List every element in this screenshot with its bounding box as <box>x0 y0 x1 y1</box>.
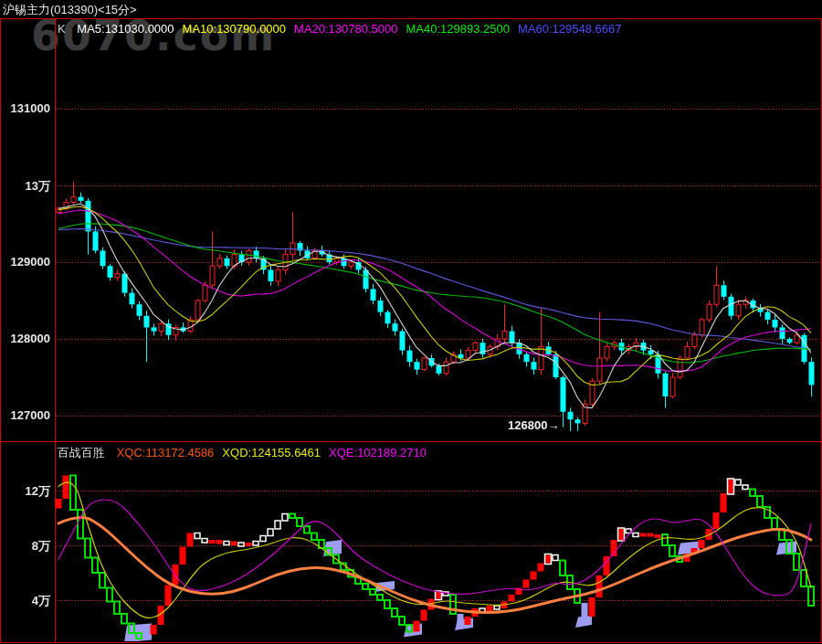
y-tick-label: 128000 <box>0 332 50 345</box>
y-tick-label: 129000 <box>0 255 50 269</box>
kline-indicator-label: K <box>58 22 66 36</box>
y-tick-label: 131000 <box>0 101 50 115</box>
sub-indicator-header: 百战百胜 XQC:113172.4586XQD:124155.6461XQE:1… <box>58 445 435 461</box>
y-tick-label: 12万 <box>0 483 50 500</box>
y-tick-label: 4万 <box>0 593 50 609</box>
ma20-value-label: MA20:130780.5000 <box>294 22 397 36</box>
price-low-annotation: 126800→ <box>508 418 559 432</box>
y-tick-label: 8万 <box>0 538 50 554</box>
ma5-value-label: MA5:131030.0000 <box>77 22 174 36</box>
sub-value-label-0: XQC:113172.4586 <box>117 446 215 459</box>
ma60-value-label: MA60:129548.6667 <box>518 22 621 36</box>
text-layer: 沪锡主力(013390)<15分> K MA5:131030.0000MA10:… <box>0 0 822 644</box>
sub-value-label-2: XQE:102189.2710 <box>329 446 427 459</box>
ma40-value-label: MA40:129893.2500 <box>406 22 510 36</box>
symbol-title: 沪锡主力(013390)<15分> <box>3 2 137 18</box>
sub-indicator-name: 百战百胜 <box>58 446 105 459</box>
y-tick-label: 127000 <box>0 408 50 422</box>
y-tick-label: 13万 <box>0 178 50 195</box>
ma10-value-label: MA10:130790.0000 <box>183 22 286 36</box>
sub-value-label-1: XQD:124155.6461 <box>222 446 321 459</box>
ma-values-header: K MA5:131030.0000MA10:130790.0000MA20:13… <box>58 22 630 36</box>
